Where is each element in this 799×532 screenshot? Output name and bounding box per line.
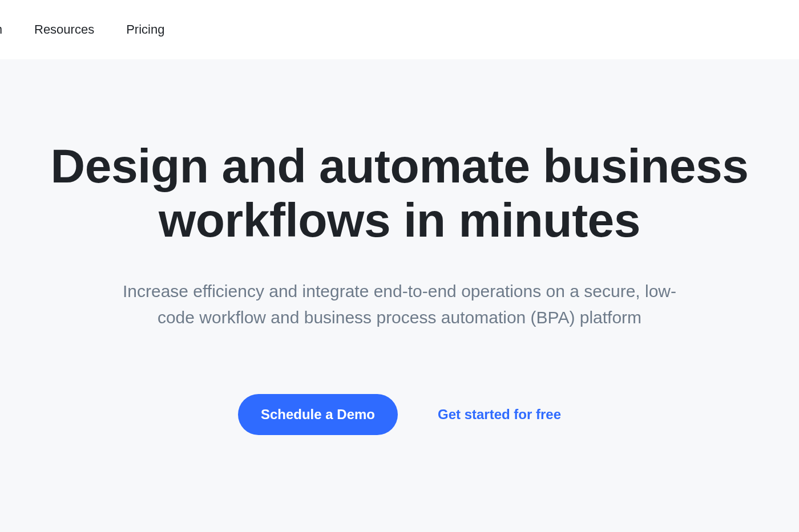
- hero-subtitle: Increase efficiency and integrate end-to…: [111, 278, 688, 331]
- hero-section: Design and automate business workflows i…: [0, 59, 799, 532]
- hero-title-line2: workflows in minutes: [0, 193, 799, 247]
- nav-item-resources[interactable]: Resources: [34, 22, 94, 37]
- schedule-demo-button[interactable]: Schedule a Demo: [238, 394, 398, 435]
- hero-title: Design and automate business workflows i…: [0, 139, 799, 247]
- nav-item-pricing[interactable]: Pricing: [126, 22, 164, 37]
- hero-cta-row: Schedule a Demo Get started for free: [0, 394, 799, 435]
- get-started-link[interactable]: Get started for free: [438, 407, 561, 423]
- hero-title-line1: Design and automate business: [51, 139, 749, 193]
- nav-left-group: form Resources Pricing: [0, 22, 164, 37]
- nav-item-platform[interactable]: form: [0, 22, 2, 37]
- top-nav: form Resources Pricing Conta: [0, 0, 799, 59]
